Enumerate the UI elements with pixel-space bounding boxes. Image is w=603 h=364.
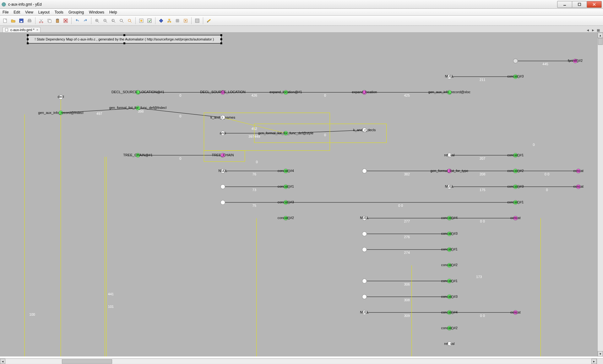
node-concat2_5[interactable]: concat()#2 [441, 326, 458, 330]
hscroll-thumb[interactable] [62, 359, 112, 364]
node-concat3_7[interactable]: concat()#3 [441, 295, 458, 299]
scroll-right-icon[interactable]: ► [591, 359, 597, 364]
tab-next-icon[interactable]: ► [591, 28, 595, 32]
node-decl_src_loc[interactable]: DECL_SOURCE_LOCATION [200, 90, 245, 94]
save-icon[interactable] [18, 17, 25, 24]
zoom-fit-icon[interactable] [118, 17, 125, 24]
tab-close-icon[interactable]: × [36, 28, 38, 32]
undo-icon[interactable] [73, 17, 81, 24]
node-concat3_3[interactable]: concat()#3 [507, 74, 524, 79]
snap-icon[interactable] [182, 17, 189, 24]
node-concat1_2[interactable]: concat()#1 [278, 185, 294, 189]
layout-icon[interactable] [157, 17, 165, 24]
document-tab[interactable]: c-aux-info.gml * × [3, 27, 41, 32]
menu-windows[interactable]: Windows [86, 10, 107, 14]
node-ansi[interactable]: ansi [220, 131, 226, 136]
horizontal-scrollbar[interactable]: ◄ ► [0, 358, 597, 364]
tab-list-icon[interactable]: ▦ [597, 28, 600, 32]
node-concatR3[interactable]: concat [510, 216, 520, 220]
redo-icon[interactable] [82, 17, 89, 24]
node-gen_aux_fndecl[interactable]: gen_aux_info_record@fndecl [38, 110, 83, 115]
node-decl[interactable]: decl [57, 95, 64, 99]
scroll-up-icon[interactable]: ▲ [598, 33, 603, 38]
node-concat4_3[interactable]: concat()#4 [441, 310, 458, 315]
group-icon[interactable] [193, 17, 201, 24]
node-blank3[interactable] [221, 200, 225, 205]
fit-content-icon[interactable] [138, 17, 145, 24]
maximize-button[interactable] [572, 1, 587, 8]
minimize-button[interactable] [557, 1, 572, 8]
node-tree_chain[interactable]: TREE_CHAIN [212, 153, 234, 158]
cut-icon[interactable] [37, 17, 45, 24]
node-null5[interactable]: NULL [360, 310, 369, 315]
node-gen_formal_type[interactable]: gen_formal_list_for_type [431, 169, 469, 173]
node-ret_val1[interactable]: ret_val [444, 153, 454, 158]
menu-file[interactable]: File [0, 10, 11, 14]
node-concat4[interactable]: concat()#4 [278, 169, 294, 173]
vertical-scrollbar[interactable]: ▲ ▼ [597, 33, 603, 356]
node-blank7[interactable] [362, 295, 367, 299]
node-concat3_4[interactable]: concat()#3 [507, 185, 524, 189]
zoom-in-icon[interactable] [93, 17, 101, 24]
settings-icon[interactable] [205, 17, 213, 24]
zoom-reset-icon[interactable]: 1 [110, 17, 117, 24]
open-file-icon[interactable] [9, 17, 17, 24]
node-concat3_6[interactable]: concat()#3 [441, 232, 458, 236]
menu-edit[interactable]: Edit [11, 10, 23, 14]
graph-canvas[interactable]: ! State Dependency Map of c-aux-info.c ,… [0, 33, 603, 356]
print-icon[interactable] [26, 17, 33, 24]
node-concat3_5[interactable]: concat()#3 [278, 200, 294, 205]
menu-layout[interactable]: Layout [36, 10, 52, 14]
node-blank1[interactable] [362, 169, 367, 173]
node-k_and_r_names[interactable]: k_and_r_names [210, 115, 235, 120]
node-concatR4[interactable]: concat [510, 310, 520, 315]
node-gen_aux_xloc[interactable]: gen_aux_info_record@xloc [428, 90, 471, 94]
scroll-down-icon[interactable]: ▼ [598, 351, 603, 356]
node-concat1_1[interactable]: concat()#1 [507, 153, 524, 158]
node-null2[interactable]: NULL [218, 169, 227, 173]
node-blank2[interactable] [221, 185, 225, 189]
node-null3[interactable]: NULL [445, 185, 454, 189]
node-null1[interactable]: NULL [445, 74, 454, 79]
menu-tools[interactable]: Tools [52, 10, 66, 14]
node-img1[interactable] [513, 59, 518, 63]
selected-node[interactable]: ! State Dependency Map of c-aux-info.c ,… [27, 34, 222, 44]
node-ret_val2[interactable]: ret_val [444, 342, 454, 346]
node-null4[interactable]: NULL [360, 216, 369, 220]
node-concat1_5[interactable]: concat()#1 [441, 279, 458, 283]
node-decl_src_loc1[interactable]: DECL_SOURCE_LOCATION@#1 [111, 90, 164, 94]
scroll-left-icon[interactable]: ◄ [0, 359, 5, 364]
node-concat4_2[interactable]: concat()#4 [441, 216, 458, 220]
node-concat1_3[interactable]: concat()#1 [507, 200, 524, 205]
zoom-sel-icon[interactable] [126, 17, 133, 24]
new-file-icon[interactable] [1, 17, 9, 24]
zoom-out-icon[interactable] [101, 17, 109, 24]
node-blank6[interactable] [362, 279, 367, 283]
node-concat2_3[interactable]: concat()#2 [278, 216, 294, 220]
vscroll-thumb[interactable] [598, 38, 603, 45]
paste-icon[interactable] [54, 17, 61, 24]
menu-view[interactable]: View [23, 10, 36, 14]
menu-grouping[interactable]: Grouping [66, 10, 86, 14]
node-concat1_4[interactable]: concat()#1 [441, 247, 458, 252]
grid-icon[interactable] [174, 17, 181, 24]
copy-icon[interactable] [46, 17, 53, 24]
node-concatR2[interactable]: concat [573, 185, 583, 189]
node-tree_chain1[interactable]: TREE_CHAIN@#1 [123, 153, 152, 158]
node-expand_loc1[interactable]: expand_location@#1 [269, 90, 302, 94]
node-concatR1[interactable]: concat [573, 169, 583, 173]
node-fprintf2[interactable]: fprintf()#2 [568, 59, 583, 63]
node-concat2_2[interactable]: concat()#2 [507, 169, 524, 173]
delete-icon[interactable] [62, 17, 69, 24]
node-concat2_4[interactable]: concat()#2 [441, 263, 458, 267]
menu-help[interactable]: Help [107, 10, 120, 14]
node-blank4[interactable] [362, 232, 367, 236]
fit-selection-icon[interactable] [146, 17, 153, 24]
tab-prev-icon[interactable]: ◄ [586, 28, 589, 32]
hierarchy-icon[interactable] [166, 17, 173, 24]
node-gen_formal_style[interactable]: gen_formal_list_for_func_def@style [258, 131, 313, 136]
node-k_and_r_decls[interactable]: k_and_r_decls [353, 128, 376, 132]
close-button[interactable] [587, 1, 602, 8]
node-blank5[interactable] [362, 247, 367, 252]
node-expand_loc[interactable]: expand_location [352, 90, 377, 94]
